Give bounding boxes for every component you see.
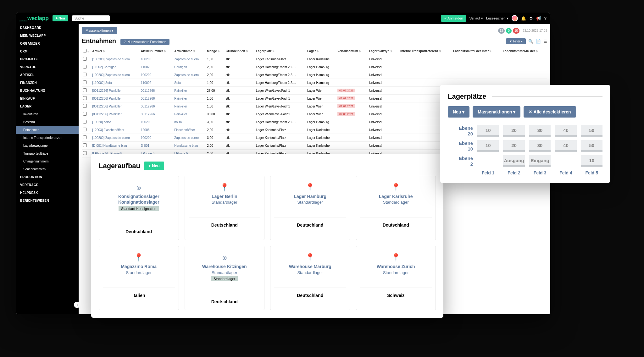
column-header[interactable]: Artikelnummer (140, 47, 173, 55)
article-number-link[interactable]: 100200 (141, 73, 151, 77)
sidebar-item[interactable]: Entnahmen (16, 126, 79, 134)
sidebar-item[interactable]: MEIN WECLAPP (16, 32, 79, 40)
column-header[interactable]: Artikelname (173, 47, 206, 55)
article-name-link[interactable]: Flaschenöffner (174, 128, 195, 132)
article-link[interactable]: [00112266] Painkiller (92, 105, 121, 108)
column-header[interactable]: Lagerplatztyp (368, 47, 399, 55)
sidebar-item[interactable]: Seriennummern (16, 165, 79, 173)
sidebar-toggle[interactable]: ‹ (74, 302, 79, 308)
bell-icon[interactable]: 🔔 (521, 16, 526, 21)
sidebar-item[interactable]: DASHBOARD (16, 24, 79, 32)
sidebar-item[interactable]: ARTIKEL (16, 71, 79, 79)
column-header[interactable]: Grundeinheit (225, 47, 255, 55)
article-name-link[interactable]: Sofa (174, 81, 181, 85)
help-icon[interactable]: ? (544, 16, 547, 21)
row-checkbox[interactable] (83, 143, 87, 147)
storage-cell[interactable]: Ausgang (503, 155, 525, 167)
article-name-link[interactable]: Painkiller (174, 105, 187, 108)
row-checkbox[interactable] (83, 128, 87, 131)
sidebar-item[interactable]: PROJEKTE (16, 55, 79, 63)
search-icon[interactable]: 🔍 (528, 39, 533, 44)
sidebar-item[interactable]: LAGER (16, 102, 79, 110)
article-number-link[interactable]: 10020 (141, 120, 150, 124)
lageraufbau-new-button[interactable]: + Neu (144, 162, 164, 170)
storage-cell[interactable]: 20 (503, 125, 525, 137)
article-number-link[interactable]: 00112266 (141, 113, 155, 116)
sidebar-item[interactable]: VERKAUF (16, 63, 79, 71)
gear-icon[interactable]: ⚙ (529, 16, 533, 21)
article-link[interactable]: [100200] Zapatos de cuero (92, 136, 130, 140)
article-name-link[interactable]: Painkiller (174, 89, 187, 92)
search-input[interactable] (72, 15, 110, 21)
row-checkbox[interactable] (83, 104, 87, 108)
article-name-link[interactable]: Zapatos de cuero (174, 58, 199, 61)
article-number-link[interactable]: 11002 (141, 65, 150, 69)
column-header[interactable]: Menge (206, 47, 224, 55)
article-number-link[interactable]: 00112266 (141, 89, 155, 92)
article-name-link[interactable]: Zapatos de cuero (174, 136, 199, 140)
storage-cell[interactable]: 20 (503, 140, 525, 152)
article-link[interactable]: [D-001] Handtasche blau (92, 144, 127, 147)
columns-icon[interactable]: ☰ (543, 39, 547, 44)
storage-cell[interactable]: Eingang (529, 155, 551, 167)
sidebar-item[interactable]: VERTRÄGE (16, 181, 79, 189)
article-number-link[interactable]: 00112266 (141, 105, 155, 108)
sidebar-item[interactable]: Chargennummern (16, 157, 79, 165)
storage-cell[interactable]: 40 (555, 140, 576, 152)
avatar[interactable] (512, 15, 518, 21)
sidebar-item[interactable]: HELPDESK (16, 189, 79, 197)
warehouse-card[interactable]: 📍 Lager Karlsruhe Standardlager Deutschl… (356, 176, 436, 240)
sidebar-item[interactable]: Bestand (16, 118, 79, 126)
article-link[interactable]: [00112266] Painkiller (92, 89, 121, 92)
sidebar-item[interactable]: BUCHHALTUNG (16, 87, 79, 95)
sidebar-item[interactable]: BERICHTSWESEN (16, 197, 79, 205)
export-icon[interactable]: 📄 (536, 39, 541, 44)
lp-new-button[interactable]: Neu ▾ (448, 106, 469, 118)
sidebar-item[interactable]: FINANZEN (16, 79, 79, 87)
column-header[interactable]: Artikel (91, 47, 140, 55)
warehouse-card[interactable]: 📍 Warehouse Zurich Standardlager Schweiz (356, 246, 436, 310)
warehouse-card[interactable]: 📍 Warehouse Marburg Standardlager Deutsc… (270, 246, 350, 310)
article-name-link[interactable]: Handtasche blau (174, 144, 198, 147)
row-checkbox[interactable] (83, 73, 87, 76)
row-checkbox[interactable] (83, 80, 87, 84)
column-header[interactable]: Ladehilfsmittel-ID der (502, 47, 547, 55)
storage-cell[interactable]: 10 (477, 140, 499, 152)
article-link[interactable]: [12003] Flaschenöffner (92, 128, 124, 132)
article-number-link[interactable]: 12003 (141, 128, 150, 132)
warehouse-card[interactable]: 📍 Lager Berlin Standardlager Deutschland (185, 176, 265, 240)
article-link[interactable]: [100200] Zapatos de cuero (92, 58, 130, 61)
row-checkbox[interactable] (83, 57, 87, 61)
warehouse-card[interactable]: 📍 Magazzino Roma Standardlager Italien (99, 246, 179, 310)
article-link[interactable]: [110002] Sofa (92, 81, 112, 85)
new-button[interactable]: + Neu (53, 15, 68, 21)
sidebar-item[interactable]: EINKAUF (16, 95, 79, 102)
article-number-link[interactable]: 100200 (141, 136, 151, 140)
column-header[interactable]: Verfallsdatum (336, 47, 368, 55)
row-checkbox[interactable] (83, 151, 87, 155)
row-checkbox[interactable] (83, 88, 87, 92)
column-header[interactable]: Ladehilfsmittel der inter (452, 47, 502, 55)
select-all-checkbox[interactable] (83, 49, 87, 52)
storage-cell[interactable]: 40 (555, 125, 576, 137)
article-number-link[interactable]: 100200 (141, 58, 151, 61)
filter-button[interactable]: ▼ Filter ▾ (506, 38, 526, 44)
column-header[interactable]: Lagerplatz (255, 47, 306, 55)
storage-cell[interactable]: 10 (477, 125, 499, 137)
article-number-link[interactable]: 00112266 (141, 97, 155, 100)
sidebar-item[interactable]: PRODUKTION (16, 173, 79, 181)
sidebar-item[interactable]: Interne Transportreferenzen (16, 134, 79, 142)
sidebar-item[interactable]: Transportaufträge (16, 150, 79, 157)
article-link[interactable]: [100200] Zapatos de cuero (92, 73, 130, 77)
warehouse-card[interactable]: 📍 Lager Hamburg Standardlager Deutschlan… (270, 176, 350, 240)
lp-mass-button[interactable]: Massenaktionen ▾ (473, 106, 520, 118)
bookmarks-link[interactable]: Lesezeichen ▾ (486, 16, 508, 20)
article-name-link[interactable]: Painkiller (174, 113, 187, 116)
article-name-link[interactable]: Painkiller (174, 97, 187, 100)
row-checkbox[interactable] (83, 65, 87, 69)
mass-actions-button[interactable]: Massenaktionen (82, 27, 117, 34)
row-checkbox[interactable] (83, 135, 87, 139)
article-name-link[interactable]: bolso (174, 120, 182, 124)
column-header[interactable]: Lager (306, 47, 336, 55)
assignable-only-button[interactable]: ☑ Nur zuweisbare Entnahmen (120, 39, 169, 45)
